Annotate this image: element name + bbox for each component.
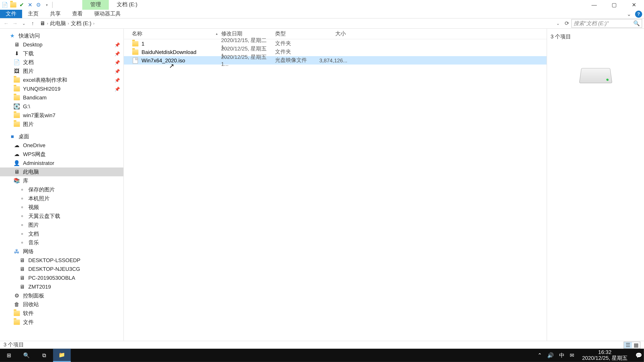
ribbon-tab-drivetools[interactable]: 驱动器工具 xyxy=(88,10,126,18)
help-icon[interactable]: ? xyxy=(635,10,642,17)
minimize-button[interactable]: — xyxy=(584,0,604,10)
settings-icon[interactable]: ⚙ xyxy=(34,1,42,9)
sidebar-item[interactable]: 🖥DESKTOP-LSSOEDP xyxy=(0,256,124,265)
taskbar-explorer-button[interactable]: 📁 xyxy=(53,349,70,362)
sidebar-item-label: PC-20190530OBLA xyxy=(28,275,75,281)
start-button[interactable]: ⊞ xyxy=(0,349,18,362)
sidebar-item[interactable]: ☁OneDrive xyxy=(0,141,124,150)
sidebar-item[interactable]: ▫图片 xyxy=(0,221,124,229)
ribbon-expand-icon[interactable]: ⌄ xyxy=(626,10,632,17)
sidebar-item[interactable]: 🖥此电脑 xyxy=(0,167,124,176)
col-header-name[interactable]: 名称▴ xyxy=(124,30,221,37)
col-header-date[interactable]: 修改日期 xyxy=(221,30,275,37)
library-item-icon: ▫ xyxy=(18,221,26,228)
title-bar: 📄 ✔ ✕ ⚙ ▾ 管理 文档 (E:) — ▢ ✕ xyxy=(0,0,644,10)
nav-desktop[interactable]: ■桌面 xyxy=(0,132,124,141)
sidebar-item[interactable]: 🖼图片📌 xyxy=(0,67,124,76)
ribbon-tab-home[interactable]: 主页 xyxy=(22,10,44,18)
checkbox-icon[interactable]: ✔ xyxy=(18,1,26,9)
col-header-type[interactable]: 类型 xyxy=(275,30,319,37)
sidebar-item[interactable]: 👤Administrator xyxy=(0,159,124,168)
sidebar-item[interactable]: ⚙控制面板 xyxy=(0,291,124,300)
sidebar-item[interactable]: excel表格制作求和📌 xyxy=(0,76,124,84)
sidebar-item[interactable]: ▫天翼云盘下载 xyxy=(0,212,124,221)
sidebar-item[interactable]: 🖥ZMT2019 xyxy=(0,282,124,291)
sidebar-item[interactable]: ☁WPS网盘 xyxy=(0,150,124,159)
sidebar-item[interactable]: 软件 xyxy=(0,309,124,318)
nav-quick-access[interactable]: ★快速访问 xyxy=(0,31,124,40)
nav-back-button[interactable]: ← xyxy=(2,19,11,28)
taskbar-search-button[interactable]: 🔍 xyxy=(18,349,35,362)
ime-icon[interactable]: 中 xyxy=(559,352,564,359)
col-header-size[interactable]: 大小 xyxy=(319,30,346,37)
volume-icon[interactable]: 🔊 xyxy=(547,352,554,359)
maximize-button[interactable]: ▢ xyxy=(604,0,624,10)
chevron-right-icon[interactable]: › xyxy=(93,21,94,26)
ribbon-tab-view[interactable]: 查看 xyxy=(66,10,88,18)
sidebar-item[interactable]: 🖥PC-20190530OBLA xyxy=(0,274,124,282)
chevron-right-icon[interactable]: › xyxy=(68,21,69,26)
properties-icon[interactable]: 📄 xyxy=(1,1,9,9)
taskbar-clock[interactable]: 16:32 2020/12/25, 星期五 xyxy=(580,350,630,361)
nav-quick-access-label: 快速访问 xyxy=(18,32,40,39)
mail-icon[interactable]: ✉ xyxy=(570,352,574,359)
sidebar-item[interactable]: 📄文档📌 xyxy=(0,58,124,67)
sidebar-item[interactable]: Bandicam xyxy=(0,93,124,102)
sidebar-item[interactable]: YUNQISHI2019📌 xyxy=(0,84,124,93)
close-button[interactable]: ✕ xyxy=(624,0,644,10)
delete-icon[interactable]: ✕ xyxy=(26,1,34,9)
file-type: 文件夹 xyxy=(275,40,319,47)
user-icon: 👤 xyxy=(13,160,20,167)
sidebar-item[interactable]: 📚库 xyxy=(0,176,124,185)
ribbon-tab-share[interactable]: 共享 xyxy=(44,10,66,18)
sidebar-item[interactable]: 图片 xyxy=(0,120,124,129)
address-dropdown-icon[interactable]: ⌄ xyxy=(554,19,563,28)
file-row[interactable]: Win7x64_2020.iso2020/12/25, 星期五 1...光盘映像… xyxy=(124,56,546,64)
sidebar-item[interactable]: ▫音乐 xyxy=(0,238,124,247)
sidebar-item[interactable]: ▫文档 xyxy=(0,229,124,238)
nav-network[interactable]: 🖧网络 xyxy=(0,247,124,256)
sidebar-item[interactable]: 🖥Desktop📌 xyxy=(0,40,124,49)
library-item-icon: ▫ xyxy=(18,239,26,246)
drive-icon xyxy=(579,68,612,83)
sidebar-item[interactable]: 💽G:\ xyxy=(0,102,124,111)
sidebar-item-label: 文档 xyxy=(28,230,39,238)
nav-up-button[interactable]: ↑ xyxy=(28,19,37,28)
search-icon[interactable]: 🔍 xyxy=(633,20,640,26)
breadcrumb[interactable]: 🖥 › 此电脑 › 文档 (E:) › xyxy=(37,19,554,27)
sidebar-item[interactable]: ▫本机照片 xyxy=(0,194,124,203)
crumb-drive-e[interactable]: 文档 (E:) xyxy=(70,19,92,27)
nav-forward-button[interactable]: → xyxy=(10,19,20,28)
file-name: Win7x64_2020.iso xyxy=(142,57,185,63)
sidebar-item[interactable]: ▫视频 xyxy=(0,203,124,212)
view-details-button[interactable]: ☰ xyxy=(624,342,632,348)
ribbon-tab-file[interactable]: 文件 xyxy=(0,10,22,18)
search-input[interactable]: 搜索"文档 (E:)" 🔍 xyxy=(572,19,642,28)
qat-dropdown-icon[interactable]: ▾ xyxy=(43,1,51,9)
task-view-button[interactable]: ⧉ xyxy=(36,349,53,362)
quick-access-toolbar: 📄 ✔ ✕ ⚙ ▾ xyxy=(0,1,54,9)
tray-overflow-icon[interactable]: ⌃ xyxy=(538,352,542,359)
nav-recent-dropdown[interactable]: ⌄ xyxy=(20,19,28,28)
sidebar-item-label: YUNQISHI2019 xyxy=(23,86,60,92)
sidebar-item[interactable]: 🗑回收站 xyxy=(0,300,124,309)
contextual-tab-manage[interactable]: 管理 xyxy=(82,0,109,10)
file-row[interactable]: BaiduNetdiskDownload2020/12/25, 星期五 1...… xyxy=(124,48,546,56)
file-row[interactable]: 12020/12/15, 星期二 1...文件夹 xyxy=(124,39,546,48)
crumb-this-pc[interactable]: 此电脑 xyxy=(49,19,67,27)
view-icons-button[interactable]: ▦ xyxy=(632,342,640,348)
sidebar-item-label: 软件 xyxy=(23,310,34,317)
library-item-icon: ▫ xyxy=(18,213,26,220)
chevron-right-icon[interactable]: › xyxy=(47,21,48,26)
sidebar-item[interactable]: ▫保存的图片 xyxy=(0,185,124,194)
new-folder-icon[interactable] xyxy=(9,1,17,9)
sidebar-item[interactable]: ⬇下载📌 xyxy=(0,49,124,58)
pin-icon: 📌 xyxy=(114,78,120,82)
sidebar-item-label: 视频 xyxy=(28,203,39,211)
sidebar-item[interactable]: 🖥DESKTOP-NJEU3CG xyxy=(0,265,124,274)
sidebar-item[interactable]: 文件 xyxy=(0,318,124,327)
sidebar-item-label: ZMT2019 xyxy=(28,284,51,290)
refresh-icon[interactable]: ⟳ xyxy=(562,19,572,28)
action-center-icon[interactable]: 💬 xyxy=(636,352,642,359)
sidebar-item[interactable]: win7重装win7 xyxy=(0,111,124,120)
